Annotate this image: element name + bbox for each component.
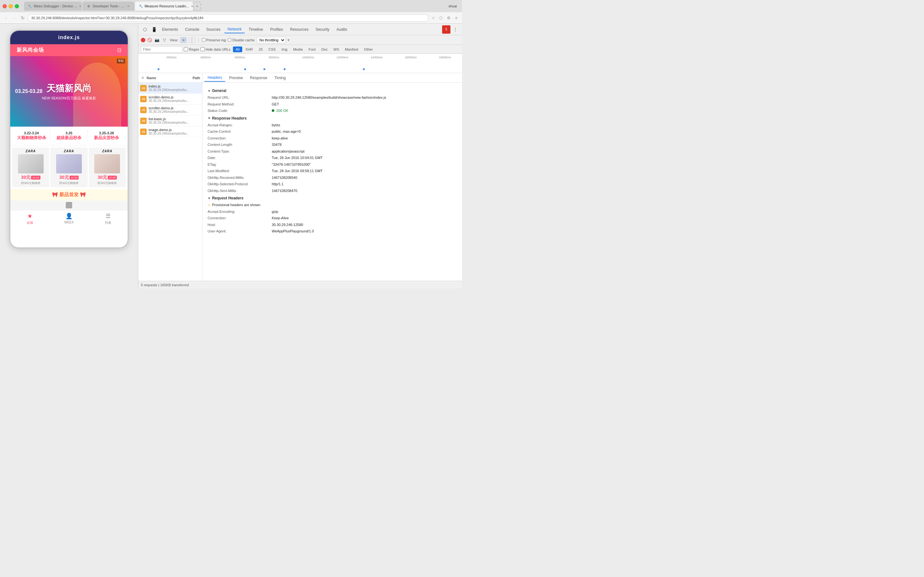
accept-ranges-key: Accept-Ranges: (208, 122, 272, 128)
brand-price-1: 30元 (21, 175, 31, 181)
request-headers-arrow: ▼ (208, 197, 211, 200)
status-dot (272, 109, 274, 112)
tab-security[interactable]: Security (312, 26, 333, 33)
error-count-badge[interactable]: 5 (442, 25, 451, 34)
general-section-header[interactable]: ▼ General (208, 89, 457, 93)
host-value: 30.30.29.246:12580 (272, 222, 303, 227)
ftype-font[interactable]: Font (306, 47, 318, 52)
ftype-ws[interactable]: WS (331, 47, 342, 52)
device-mode-button[interactable]: 📱 (150, 25, 158, 34)
tab-profiles[interactable]: Profiles (267, 26, 286, 33)
bookmark-icon[interactable]: ☆ (430, 15, 436, 21)
url-bar[interactable]: 30.30.29.246:8088/devtools/inspector.htm… (27, 14, 429, 22)
tab-elements[interactable]: Elements (159, 26, 181, 33)
new-tab-button[interactable]: + (194, 2, 201, 11)
filter-button[interactable]: ▽ (162, 38, 166, 42)
clear-button[interactable]: 🚫 (147, 38, 152, 42)
detail-tab-headers[interactable]: Headers (204, 74, 225, 82)
tab-measure-resource[interactable]: 🔧 Measure Resource Loadin... ✕ (135, 2, 193, 11)
disable-cache-input[interactable] (228, 38, 231, 42)
regex-checkbox[interactable]: Regex (184, 47, 199, 51)
profile-button[interactable]: shuai (446, 3, 459, 9)
settings-icon[interactable]: ⚙ (445, 15, 452, 21)
tab-audits[interactable]: Audits (333, 26, 351, 33)
preserve-log-checkbox[interactable]: Preserve log (202, 38, 226, 42)
last-modified-key: Last-Modified: (208, 168, 272, 174)
cast-icon[interactable]: ⬡ (438, 15, 444, 21)
date-key: Date: (208, 155, 272, 161)
response-headers-section-header[interactable]: ▼ Response Headers (208, 116, 457, 121)
files-header-name: Name (147, 76, 192, 80)
throttle-select[interactable]: No throttling (257, 37, 286, 43)
ftype-all[interactable]: All (233, 47, 242, 52)
tab-close-3[interactable]: ✕ (191, 4, 193, 8)
req-connection-key: Connection: (208, 215, 272, 221)
file-item-3[interactable]: JS scroller-demo.js 30.30.29.246/example… (138, 105, 202, 115)
record-button[interactable] (141, 38, 145, 42)
brand-item-3: ZARA 30元 10:00 秒300元购物券 (89, 147, 126, 187)
timeline-dot-1 (158, 68, 160, 70)
hide-data-urls-input[interactable] (200, 47, 205, 51)
nav-item-1[interactable]: ★ 会场 (10, 212, 49, 225)
close-button[interactable] (3, 4, 7, 8)
banner-content: 天猫新风尚 NEW SEASON/百万新品 春夏换新 (42, 82, 96, 101)
status-code-value: 200 OK (272, 108, 288, 113)
tab-weex-debugger[interactable]: 🔧 Weex Debugger - Device ... ✕ (24, 2, 82, 11)
back-button[interactable]: ‹ (3, 15, 10, 21)
tab-title-1: Weex Debugger - Device ... (34, 4, 77, 8)
file-item-4[interactable]: JS list-basic.js 30.30.29.246/examples/b… (138, 115, 202, 126)
deal-label-3: 新品尖货秒杀 (89, 135, 124, 141)
file-item-1[interactable]: JS index.js 30.30.29.246/examples/bu... (138, 83, 202, 93)
tab-developer-tools[interactable]: ⚙ Developer Tools - ... ✕ (82, 2, 134, 11)
reload-button[interactable]: ↻ (19, 15, 26, 21)
ftype-other[interactable]: Other (362, 47, 376, 52)
list-view-button[interactable]: ≡ (180, 37, 187, 43)
cache-control-row: Cache-Control: public, max-age=0 (208, 129, 457, 134)
ftype-xhr[interactable]: XHR (243, 47, 255, 52)
nav-item-3[interactable]: ☰ 列表 (89, 212, 128, 225)
ftype-css[interactable]: CSS (266, 47, 278, 52)
tab-network[interactable]: Network (224, 26, 245, 33)
etag-key: ETag: (208, 162, 272, 167)
forward-button[interactable]: › (11, 15, 18, 21)
regex-input[interactable] (184, 47, 188, 51)
filter-input[interactable] (141, 46, 183, 53)
tab-sources[interactable]: Sources (203, 26, 224, 33)
preserve-log-input[interactable] (202, 38, 205, 42)
ftype-manifest[interactable]: Manifest (342, 47, 361, 52)
file-item-2[interactable]: JS scroller-demo.js 30.30.29.246/example… (138, 93, 202, 105)
disable-cache-checkbox[interactable]: Disable cache (228, 38, 254, 42)
detail-tab-preview[interactable]: Preview (226, 74, 246, 81)
ftype-img[interactable]: Img (279, 47, 290, 52)
nav-item-2[interactable]: 👤 WEEX (49, 212, 89, 225)
close-pane-button[interactable]: ✕ (140, 75, 145, 81)
filter-type-buttons: All XHR JS CSS Img Media Font Doc WS Man… (233, 47, 375, 52)
tab-title-2: Developer Tools - ... (93, 4, 124, 8)
camera-button[interactable]: 📷 (153, 38, 160, 42)
detail-tab-timing[interactable]: Timing (271, 74, 289, 81)
waterfall-view-button[interactable]: ⋮ (189, 37, 195, 43)
devtools-more-button[interactable]: ⋮ (451, 25, 459, 34)
request-headers-section-header[interactable]: ▼ Request Headers (208, 196, 457, 200)
tab-timeline[interactable]: Timeline (246, 26, 266, 33)
provisional-warning-row: ⚠ Provisional headers are shown (208, 202, 457, 208)
ftype-js[interactable]: JS (256, 47, 265, 52)
tab-close-2[interactable]: ✕ (126, 4, 131, 8)
minimize-button[interactable] (9, 4, 13, 8)
detail-tabs: Headers Preview Response Timing (202, 73, 462, 83)
tab-close-1[interactable]: ✕ (79, 4, 81, 8)
content-length-value: 33478 (272, 142, 282, 147)
ftype-doc[interactable]: Doc (319, 47, 330, 52)
maximize-button[interactable] (15, 4, 19, 8)
detail-tab-response[interactable]: Response (247, 74, 270, 81)
hide-data-urls-checkbox[interactable]: Hide data URLs (200, 47, 231, 51)
file-path-2: 30.30.29.246/examples/bu... (149, 99, 200, 103)
etag-row: ETag: "33478-1467107891000" (208, 162, 457, 167)
inspect-element-button[interactable]: ⬡ (141, 25, 149, 34)
tab-console[interactable]: Console (182, 26, 202, 33)
ftype-media[interactable]: Media (291, 47, 305, 52)
tab-resources[interactable]: Resources (287, 26, 312, 33)
okhttp-sent-key: OkHttp-Sent-Millis: (208, 188, 272, 193)
menu-icon[interactable]: ≡ (453, 15, 459, 21)
file-item-5[interactable]: JS image-demo.js 30.30.29.246/examples/b… (138, 126, 202, 137)
